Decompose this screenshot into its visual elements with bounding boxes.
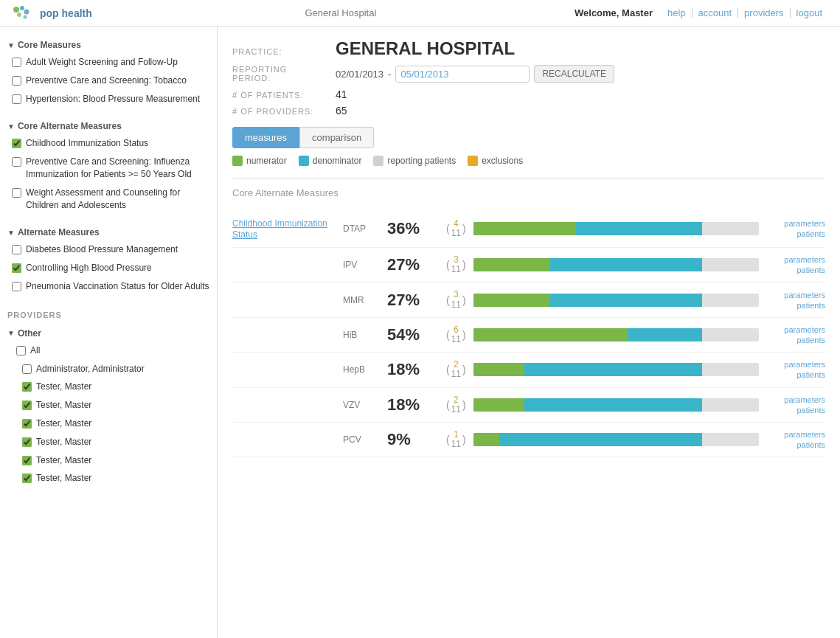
logo-text: pop health [40, 7, 92, 19]
pneumonia-checkbox[interactable] [12, 282, 21, 291]
all-checkbox[interactable] [16, 346, 26, 356]
other-header[interactable]: ▼ Other [0, 322, 217, 341]
hypertension-checkbox[interactable] [12, 94, 21, 104]
sidebar-item-tester2[interactable]: Tester, Master [0, 396, 217, 415]
sidebar-item-childhood-immunization[interactable]: Childhood Immunization Status [0, 134, 217, 153]
practice-name: GENERAL HOSPITAL [336, 38, 515, 59]
sidebar-item-all[interactable]: All [0, 341, 217, 360]
patients-link[interactable]: patients [796, 336, 825, 344]
tester3-checkbox[interactable] [22, 419, 32, 429]
parameters-link[interactable]: parameters [784, 291, 825, 299]
tobacco-label: Preventive Care and Screening: Tobacco [26, 74, 187, 87]
params-col: parameters patients [766, 291, 825, 310]
sidebar-item-influenza[interactable]: Preventive Care and Screening: Influenza… [0, 153, 217, 184]
sub-label: PCV [343, 434, 380, 445]
date-to-input[interactable] [395, 66, 530, 83]
practice-row: PRACTICE: GENERAL HOSPITAL [232, 38, 825, 59]
measure-group-link[interactable]: Childhood Immunization Status [232, 218, 327, 240]
tester1-checkbox[interactable] [22, 382, 32, 392]
sidebar-item-tester4[interactable]: Tester, Master [0, 433, 217, 451]
sidebar-item-tester1[interactable]: Tester, Master [0, 378, 217, 396]
tester2-checkbox[interactable] [22, 401, 32, 410]
sidebar-item-adult-weight[interactable]: Adult Weight Screening and Follow-Up [0, 53, 217, 72]
patients-link[interactable]: patients [796, 440, 825, 449]
help-link[interactable]: help [662, 7, 693, 18]
tobacco-checkbox[interactable] [12, 76, 21, 86]
core-alternate-header[interactable]: ▼ Core Alternate Measures [0, 115, 217, 134]
other-label: Other [18, 328, 41, 339]
parameters-link[interactable]: parameters [784, 255, 825, 264]
sidebar-item-tobacco[interactable]: Preventive Care and Screening: Tobacco [0, 72, 217, 90]
parameters-link[interactable]: parameters [784, 325, 825, 334]
childhood-immunization-checkbox[interactable] [12, 139, 21, 148]
sidebar-item-tester6[interactable]: Tester, Master [0, 469, 217, 488]
core-measures-header[interactable]: ▼ Core Measures [0, 34, 217, 53]
header: pop health General Hospital Welcome, Mas… [0, 0, 840, 27]
controlling-bp-checkbox[interactable] [12, 263, 21, 273]
sidebar-item-tester3[interactable]: Tester, Master [0, 415, 217, 433]
sidebar-item-tester5[interactable]: Tester, Master [0, 451, 217, 470]
admin-label: Administrator, Administrator [36, 363, 145, 375]
sidebar-item-controlling-bp[interactable]: Controlling High Blood Pressure [0, 259, 217, 277]
triangle-icon-3: ▼ [7, 229, 15, 237]
weight-assessment-checkbox[interactable] [12, 188, 21, 198]
sidebar-item-weight-assessment[interactable]: Weight Assessment and Counseling for Chi… [0, 184, 217, 215]
parameters-link[interactable]: parameters [784, 395, 825, 404]
header-links: help account providers logout [662, 7, 828, 18]
patients-label: # OF PATIENTS: [232, 91, 328, 100]
sidebar-item-admin[interactable]: Administrator, Administrator [0, 360, 217, 378]
providers-link[interactable]: providers [738, 7, 790, 18]
triangle-icon: ▼ [7, 41, 15, 49]
fraction-display: ( 3 11 ) [446, 290, 466, 309]
fraction-display: ( 2 11 ) [446, 360, 466, 379]
diabetes-bp-label: Diabetes Blood Pressure Management [26, 243, 178, 256]
adult-weight-label: Adult Weight Screening and Follow-Up [26, 56, 178, 69]
patients-link[interactable]: patients [796, 301, 825, 310]
progress-bar [473, 294, 759, 307]
percentage: 54% [387, 325, 439, 344]
admin-checkbox[interactable] [22, 364, 32, 374]
tester6-checkbox[interactable] [22, 474, 32, 483]
percentage: 27% [387, 291, 439, 310]
legend-denominator: denominator [299, 156, 362, 166]
layout: ▼ Core Measures Adult Weight Screening a… [0, 27, 840, 638]
patients-link[interactable]: patients [796, 229, 825, 238]
alternate-measures-header[interactable]: ▼ Alternate Measures [0, 221, 217, 240]
tab-measures[interactable]: measures [232, 127, 299, 148]
patients-link[interactable]: patients [796, 266, 825, 274]
tab-comparison[interactable]: comparison [299, 127, 374, 148]
tester6-label: Tester, Master [36, 472, 91, 485]
patients-link[interactable]: patients [796, 406, 825, 415]
numerator-bar [473, 328, 628, 341]
legend-numerator: numerator [232, 156, 287, 166]
measure-row: VZV 18% ( 2 11 ) parameters patients [232, 388, 825, 423]
progress-bar [473, 328, 759, 341]
welcome-text: Welcome, Master [575, 7, 653, 18]
account-link[interactable]: account [693, 7, 739, 18]
triangle-icon-2: ▼ [7, 122, 15, 131]
adult-weight-checkbox[interactable] [12, 58, 21, 67]
patients-row: # OF PATIENTS: 41 [232, 89, 825, 100]
date-range: 02/01/2013 - RECALCULATE [336, 65, 614, 83]
svg-point-1 [20, 6, 24, 10]
sidebar-item-diabetes-bp[interactable]: Diabetes Blood Pressure Management [0, 240, 217, 259]
influenza-checkbox[interactable] [12, 157, 21, 167]
patients-link[interactable]: patients [796, 370, 825, 379]
recalculate-button[interactable]: RECALCULATE [534, 65, 614, 83]
tester4-checkbox[interactable] [22, 437, 32, 447]
svg-point-0 [13, 7, 19, 13]
parameters-link[interactable]: parameters [784, 360, 825, 369]
sidebar-item-hypertension[interactable]: Hypertension: Blood Pressure Measurement [0, 90, 217, 108]
sidebar-item-pneumonia[interactable]: Pneumonia Vaccination Status for Older A… [0, 277, 217, 296]
tester5-label: Tester, Master [36, 454, 91, 467]
tester5-checkbox[interactable] [22, 456, 32, 465]
logout-link[interactable]: logout [791, 7, 828, 18]
params-col: parameters patients [766, 325, 825, 344]
legend: numerator denominator reporting patients… [232, 156, 825, 166]
diabetes-bp-checkbox[interactable] [12, 245, 21, 254]
all-label: All [30, 344, 40, 357]
parameters-link[interactable]: parameters [784, 430, 825, 439]
parameters-link[interactable]: parameters [784, 219, 825, 228]
measure-row: HepB 18% ( 2 11 ) parameters patients [232, 353, 825, 387]
tabs: measures comparison [232, 127, 825, 148]
